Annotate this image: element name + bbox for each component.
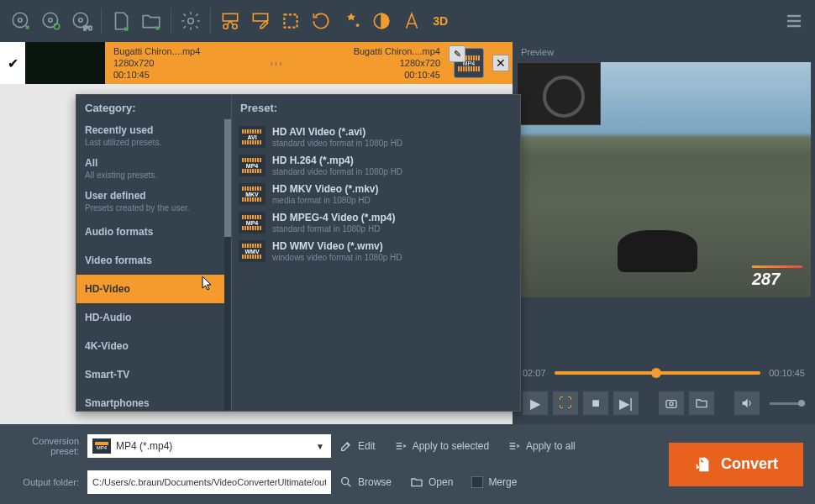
svg-point-3	[49, 18, 52, 22]
open-action[interactable]: Open	[410, 475, 453, 489]
volume-button[interactable]	[734, 391, 760, 415]
category-item[interactable]: HD-Video	[76, 275, 231, 303]
svg-rect-12	[253, 13, 267, 21]
crop-icon[interactable]	[276, 7, 305, 35]
preset-dropdown: Category: Recently usedLast utilized pre…	[76, 94, 521, 412]
video-preview: 287	[517, 62, 811, 297]
current-time: 02:07	[523, 368, 546, 378]
edit-file-icon[interactable]: ✎	[449, 45, 465, 62]
total-time: 00:10:45	[769, 368, 805, 378]
apply-all-action[interactable]: Apply to all	[507, 439, 576, 453]
snapshot-button[interactable]	[659, 391, 684, 415]
seek-slider[interactable]	[555, 371, 761, 375]
svg-point-17	[670, 402, 673, 406]
svg-point-11	[233, 24, 237, 29]
category-item[interactable]: HD-Audio	[76, 303, 231, 332]
file-row[interactable]: ✔ Bugatti Chiron....mp4 1280x720 00:10:4…	[0, 42, 513, 84]
category-item[interactable]: Audio formats	[76, 218, 231, 246]
merge-checkbox[interactable]: Merge	[471, 476, 517, 488]
svg-point-2	[43, 13, 57, 27]
category-item[interactable]: User definedPresets created by the user.	[76, 185, 231, 218]
svg-text:IFO: IFO	[83, 25, 92, 31]
preset-label: Conversion preset:	[12, 436, 79, 456]
add-folder-icon[interactable]	[137, 7, 166, 35]
text-icon[interactable]	[397, 7, 426, 35]
category-header: Category:	[76, 95, 231, 119]
preview-label: Preview	[513, 42, 815, 62]
preset-item[interactable]: MP4HD MPEG-4 Video (*.mp4)standard forma…	[232, 208, 520, 237]
remove-file-icon[interactable]: ✕	[492, 55, 509, 71]
svg-text:3D: 3D	[433, 14, 448, 28]
apply-selected-action[interactable]: Apply to selected	[394, 439, 489, 453]
category-item[interactable]: AllAll existing presets.	[76, 152, 231, 185]
target-file-info: Bugatti Chiron....mp4 1280x720 00:10:45	[345, 42, 449, 84]
next-frame-button[interactable]: ▶|	[613, 391, 639, 415]
add-dvd-icon[interactable]	[7, 7, 35, 35]
effects-icon[interactable]	[337, 7, 365, 35]
main-toolbar: IFO 3D	[0, 0, 815, 42]
play-button[interactable]: ▶	[523, 391, 548, 415]
category-item[interactable]: 4K-Video	[76, 332, 231, 360]
preset-item[interactable]: AVIHD AVI Video (*.avi)standard video fo…	[232, 123, 520, 151]
category-item[interactable]: Recently usedLast utilized presets.	[76, 119, 231, 152]
edit-video-icon[interactable]	[246, 7, 275, 35]
preset-header: Preset:	[232, 95, 520, 119]
bottom-bar: Conversion preset: MP4 MP4 (*.mp4) ▼ Edi…	[0, 424, 815, 504]
preset-select[interactable]: MP4 MP4 (*.mp4) ▼	[87, 434, 331, 458]
category-list: Recently usedLast utilized presets.AllAl…	[76, 119, 231, 411]
add-ifo-icon[interactable]: IFO	[67, 7, 96, 35]
add-file-icon[interactable]	[107, 7, 135, 35]
stop-button[interactable]: ■	[583, 391, 608, 415]
source-file-info: Bugatti Chiron....mp4 1280x720 00:10:45	[105, 42, 208, 84]
conversion-arrow-icon: ›››	[208, 59, 344, 68]
svg-point-18	[342, 477, 349, 484]
cut-icon[interactable]	[216, 7, 244, 35]
add-bluray-icon[interactable]	[37, 7, 66, 35]
fullscreen-button[interactable]: ⛶	[553, 391, 578, 415]
category-item[interactable]: Smart-TV	[76, 360, 231, 389]
edit-action[interactable]: Edit	[339, 439, 376, 453]
preset-item[interactable]: WMVHD WMV Video (*.wmv)windows video for…	[232, 237, 520, 265]
svg-point-6	[79, 18, 82, 22]
preset-item[interactable]: MP4HD H.264 (*.mp4)standard video format…	[232, 151, 520, 180]
file-checkbox[interactable]: ✔	[0, 42, 25, 84]
snapshot-folder-button[interactable]	[689, 391, 714, 415]
contrast-icon[interactable]	[367, 7, 396, 35]
category-item[interactable]: Video formats	[76, 246, 231, 275]
volume-slider[interactable]	[770, 402, 805, 405]
rotate-icon[interactable]	[307, 7, 335, 35]
browse-action[interactable]: Browse	[339, 475, 392, 489]
folder-label: Output folder:	[12, 477, 79, 487]
svg-point-10	[223, 24, 228, 29]
preset-item[interactable]: MKVHD MKV Video (*.mkv)media format in 1…	[232, 180, 520, 208]
category-item[interactable]: Smartphones	[76, 389, 231, 411]
3d-icon[interactable]: 3D	[428, 7, 456, 35]
hamburger-menu-icon[interactable]	[780, 7, 808, 35]
svg-rect-13	[284, 14, 297, 27]
svg-point-0	[13, 13, 27, 27]
svg-rect-16	[666, 401, 676, 408]
convert-button[interactable]: Convert	[669, 443, 803, 486]
settings-icon[interactable]	[176, 7, 205, 35]
svg-point-8	[188, 18, 194, 24]
preset-list: AVIHD AVI Video (*.avi)standard video fo…	[232, 119, 520, 269]
svg-point-1	[18, 18, 22, 22]
file-thumbnail	[25, 42, 105, 84]
output-folder-input[interactable]	[87, 470, 331, 494]
category-scrollbar[interactable]	[224, 119, 231, 411]
